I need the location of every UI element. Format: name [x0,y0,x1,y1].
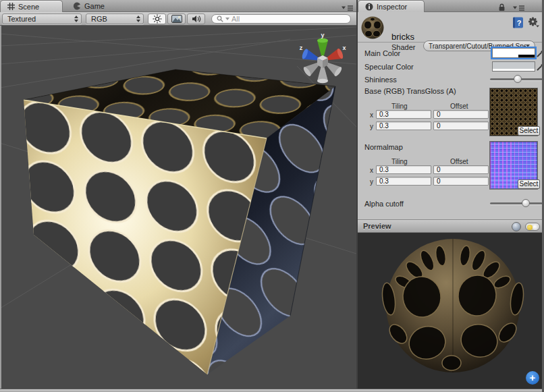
base-tiling-x-input[interactable] [376,110,431,119]
tab-inspector[interactable]: Inspector [358,0,425,12]
inspector-tabbar: Inspector [358,0,544,12]
scene-audio-toggle[interactable] [187,13,205,24]
specular-color-swatch[interactable] [492,61,535,72]
chevron-down-icon [526,45,530,47]
main-color-swatch[interactable] [492,48,535,58]
normalmap-x-label: x [370,167,373,174]
shininess-slider[interactable] [490,74,543,84]
normalmap-tiling-x-input[interactable] [376,165,431,174]
base-y-label: y [370,123,373,130]
updown-arrows-icon [74,16,78,22]
z-axis-label: z [300,45,303,51]
info-icon [365,3,373,11]
base-offset-y-input[interactable] [433,121,489,130]
alpha-cutoff-label: Alpha cutoff [364,200,404,208]
base-offset-label: Offset [450,103,468,110]
light-dot-icon [527,225,533,230]
base-tiling-label: Tiling [391,103,408,110]
tab-scene-label: Scene [18,3,39,11]
normalmap-offset-x-input[interactable] [433,165,489,174]
color-mode-dropdown[interactable]: RGB [86,13,144,24]
viewport-edge [0,26,1,389]
scene-panel: Scene Game Textured RGB [0,0,357,392]
alpha-bar [493,69,535,71]
normalmap-offset-label: Offset [450,158,468,165]
sun-icon [153,14,162,24]
normalmap-select-button[interactable]: Select [518,179,540,189]
base-offset-x-input[interactable] [433,110,489,119]
search-scope-label: All [232,15,240,23]
slider-thumb[interactable] [522,199,530,207]
color-mode-value: RGB [91,15,107,23]
main-color-label: Main Color [364,49,400,57]
x-axis-label: x [342,45,346,51]
image-icon [171,15,182,23]
help-glyph: ? [517,19,522,27]
alpha-cutoff-slider[interactable] [490,198,543,208]
tab-game[interactable]: Game [66,0,115,12]
scene-panel-menu-icon[interactable] [342,4,354,12]
material-header: bricks Shader Transparent/Cutout/Bumped … [358,12,544,43]
scene-skybox-toggle[interactable] [167,13,186,24]
add-button[interactable]: + [526,371,539,385]
gamepad-icon [73,2,81,10]
base-texture-select-button[interactable]: Select [518,126,540,136]
scene-tabbar: Scene Game [0,0,357,12]
tab-scene[interactable]: Scene [0,0,63,12]
tab-game-label: Game [84,2,105,10]
scene-orientation-gizmo[interactable]: y x z [288,30,358,92]
normalmap-offset-y-input[interactable] [433,177,489,186]
help-icon: ? [512,17,524,28]
shininess-label: Shininess [364,76,397,84]
draw-mode-value: Textured [7,15,36,23]
scene-lighting-toggle[interactable] [148,13,166,24]
base-map-label: Base (RGB) TransGloss (A) [364,87,456,95]
inspector-lock-icon[interactable] [498,3,506,13]
material-name: bricks [391,32,414,42]
gear-icon [528,17,539,28]
preview-header[interactable]: Preview [358,219,544,233]
scene-viewport[interactable]: y x z [0,26,356,389]
preview-sphere [358,233,544,389]
speaker-icon [192,15,201,23]
unity-editor-window: Scene Game Textured RGB [0,0,544,392]
alpha-bar [493,55,535,57]
scene-search-field[interactable]: All [211,14,351,24]
y-axis-label: y [321,32,324,38]
search-scope-caret-icon [225,18,229,20]
inspector-panel: Inspector [358,0,544,392]
tab-inspector-label: Inspector [377,3,407,11]
material-preview-canvas[interactable]: + [358,233,544,389]
base-x-label: x [370,111,373,119]
slider-track [490,202,543,204]
specular-color-label: Specular Color [364,63,414,71]
normalmap-tiling-label: Tiling [391,158,408,165]
grid-icon [7,3,15,10]
help-button[interactable]: ? [512,17,524,30]
preview-lighting-button[interactable] [525,223,540,231]
preview-title: Preview [363,222,391,230]
base-tiling-y-input[interactable] [376,121,431,130]
draw-mode-dropdown[interactable]: Textured [2,13,82,24]
normalmap-label: Normalmap [364,143,403,151]
preview-mesh-button[interactable] [512,222,521,231]
scene-toolbar: Textured RGB [0,12,357,26]
window-bottom-edge [0,389,544,392]
slider-thumb[interactable] [514,75,522,83]
light-dot-icon [533,225,538,230]
material-options-button[interactable] [528,17,539,29]
inspector-panel-menu-icon[interactable] [513,4,525,12]
material-sphere-icon [360,16,385,40]
search-icon [217,16,223,22]
normalmap-y-label: y [370,178,373,186]
updown-arrows-icon [136,16,140,22]
plus-icon: + [530,372,536,383]
panel-divider[interactable] [356,0,358,392]
gizmo-center-cube[interactable] [317,55,328,68]
normalmap-tiling-y-input[interactable] [376,177,431,186]
